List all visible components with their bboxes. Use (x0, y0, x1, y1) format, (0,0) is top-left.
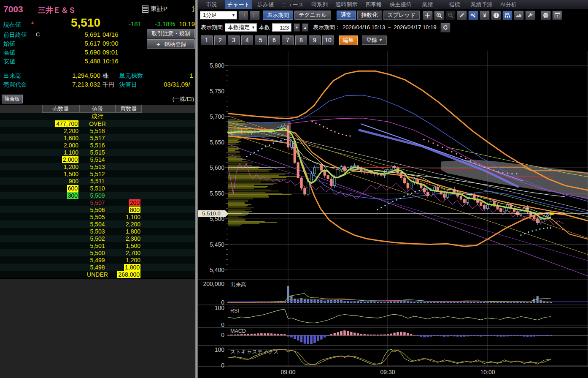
order-book-row[interactable]: 1,500 5,512 (0, 170, 195, 177)
register-chart-button[interactable]: 登録 ▼ (362, 35, 387, 45)
draw-pencil-icon[interactable] (457, 11, 467, 20)
tab-業績予測[interactable]: 業績予測 (468, 0, 495, 9)
count-spin-down[interactable]: ▼ (294, 23, 300, 32)
spread-mode-button[interactable]: スプレッド (383, 11, 420, 20)
chart-page-4[interactable]: 4 (241, 35, 253, 45)
order-book-row[interactable]: 2,200 5,518 (0, 127, 195, 134)
svg-text:5,510.0: 5,510.0 (202, 210, 220, 217)
order-book-row[interactable]: 5,502 2,300 (0, 235, 195, 242)
order-book-row[interactable]: 5,507 200 (0, 199, 195, 206)
order-book-row[interactable]: 2,000 5,516 (0, 141, 195, 149)
stoch-pane-label: ストキャスティクス (230, 349, 279, 355)
order-book-row[interactable]: 2,000 5,514 (0, 156, 195, 163)
order-book-row[interactable]: 900 5,511 (0, 177, 195, 185)
quote-row-time: 04/16 (102, 31, 119, 38)
my-chart-icon[interactable]: MY (502, 11, 512, 20)
order-book-row[interactable]: 300 5,509 (0, 192, 195, 199)
tab-歩み値[interactable]: 歩み値 (252, 0, 279, 9)
unit-note: (一株/口) (152, 95, 194, 103)
order-book-row[interactable]: 5,500 2,700 (0, 249, 195, 256)
x-axis-label: 10:00 (480, 369, 495, 375)
zoom-in-icon[interactable] (434, 11, 444, 20)
chart-page-7[interactable]: 7 (282, 35, 294, 45)
order-book-row[interactable]: 5,503 1,800 (0, 228, 195, 235)
count-spin-up[interactable]: ▲ (302, 23, 308, 32)
chart-page-6[interactable]: 6 (268, 35, 280, 45)
tab-指標[interactable]: 指標 (441, 0, 468, 9)
chart-page-9[interactable]: 9 (309, 35, 321, 45)
volume-label: 出来高 (3, 72, 21, 80)
sell-qty-header: 売数量 (42, 105, 79, 113)
order-book-row[interactable]: 1,200 5,513 (0, 163, 195, 170)
chart-page-1[interactable]: 1 (201, 35, 213, 45)
prev-button[interactable]: 〈 (238, 11, 248, 20)
tab-市況[interactable]: 市況 (198, 0, 225, 9)
crosshair-icon[interactable] (423, 11, 433, 20)
order-book-row[interactable]: UNDER 268,000 (0, 271, 195, 278)
tab-時系列[interactable]: 時系列 (306, 0, 333, 9)
normal-mode-button[interactable]: 通常 (337, 11, 356, 20)
order-book-row[interactable]: 5,506 800 (0, 206, 195, 213)
market-label: 東証P (151, 5, 167, 13)
reload-icon[interactable] (440, 23, 450, 33)
edit-button[interactable]: 編集 (339, 35, 358, 45)
order-book-row[interactable]: 1,100 5,515 (0, 149, 195, 156)
trend-pointer-icon[interactable] (468, 11, 478, 20)
order-book-row[interactable]: 5,501 1,500 (0, 242, 195, 249)
range-value: 2026/04/16 15:13 ～ 2026/04/17 10:19 (343, 24, 437, 31)
next-button[interactable]: 〉 (250, 11, 260, 20)
order-book: 売数量 値段 買数量 成行 477,700 OVER 2,200 5,518 1… (0, 105, 195, 278)
current-price: 5,510 (51, 16, 100, 30)
panel-footer-space (0, 279, 195, 378)
order-book-row[interactable]: 5,505 1,100 (0, 213, 195, 220)
zoom-out-icon[interactable] (445, 11, 456, 20)
chart-page-5[interactable]: 5 (255, 35, 267, 45)
panel-splitter[interactable] (195, 0, 198, 378)
page-toolbar: 12345678910 編集 登録 ▼ (198, 34, 588, 46)
svg-text:5,600: 5,600 (210, 164, 224, 171)
tab-ニュース[interactable]: ニュース (279, 0, 306, 9)
composite-board-button[interactable]: 複合板 (2, 95, 23, 103)
tab-株主優待[interactable]: 株主優待 (387, 0, 414, 9)
tab-四季報[interactable]: 四季報 (360, 0, 387, 9)
info-icon[interactable]: i (491, 11, 501, 20)
yen-icon[interactable]: ¥ (480, 11, 490, 20)
count-input[interactable]: 123 (272, 23, 291, 32)
order-book-row[interactable]: 5,498 1,800 (0, 264, 195, 271)
svg-text:5,400: 5,400 (210, 267, 224, 273)
print-icon[interactable] (541, 11, 551, 20)
order-book-row[interactable]: 5,504 2,200 (0, 220, 195, 228)
tab-適時開示[interactable]: 適時開示 (333, 0, 360, 9)
technical-button[interactable]: テクニカル (294, 11, 331, 20)
register-symbol-button[interactable]: ＋ 銘柄登録 (147, 39, 195, 49)
order-book-row[interactable]: 5,499 1,200 (0, 256, 195, 264)
tab-AI分析[interactable]: AI分析 (495, 0, 522, 9)
display-period-button[interactable]: 表示期間 (263, 11, 293, 20)
trade-caution-button[interactable]: 取引注意・規制 (147, 29, 195, 38)
indexed-mode-button[interactable]: 指数化 (357, 11, 382, 20)
chart-canvas[interactable]: 5,8005,7505,7005,6505,6005,5505,5005,450… (198, 46, 588, 378)
area-chart-icon[interactable] (514, 11, 524, 20)
quote-row-label: 高値 (3, 49, 15, 57)
chart-page-3[interactable]: 3 (228, 35, 240, 45)
uptick-arrow-icon: ▲ (30, 20, 35, 24)
order-book-row[interactable]: 1,600 5,517 (0, 134, 195, 141)
timeframe-select[interactable]: 1分足 ▼ (200, 11, 237, 19)
order-book-header: 売数量 値段 買数量 (0, 105, 195, 113)
count-mode-select[interactable]: 本数指定 ▼ (225, 23, 257, 32)
chart-page-10[interactable]: 10 (322, 35, 334, 45)
chart-toolbar: 1分足 ▼ 〈 〉 表示期間 テクニカル 通常 指数化 スプレッド ¥iMY (198, 9, 588, 21)
unit-shares-value: 1 (169, 72, 193, 79)
order-book-row[interactable]: 成行 (0, 113, 195, 120)
current-price-label: 現在値 (3, 21, 21, 29)
settings-wrench-icon[interactable] (525, 11, 535, 20)
pane-label: 100 (215, 305, 225, 311)
chart-page-2[interactable]: 2 (214, 35, 226, 45)
order-book-row[interactable]: 477,700 OVER (0, 120, 195, 127)
chart-page-8[interactable]: 8 (295, 35, 307, 45)
tab-チャート[interactable]: チャート (225, 0, 252, 9)
order-book-row[interactable]: 600 5,510 (0, 185, 195, 192)
price-change: -181 (114, 20, 141, 27)
tab-業績[interactable]: 業績 (414, 0, 441, 9)
popout-window-icon[interactable] (552, 11, 562, 20)
